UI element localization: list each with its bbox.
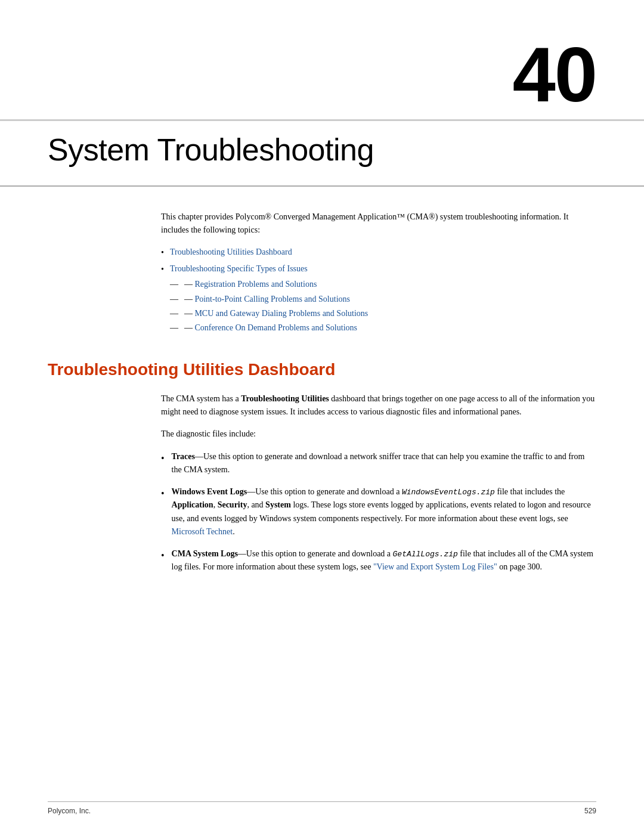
intro-block: This chapter provides Polycom® Converged… xyxy=(161,210,596,336)
page-container: 40 System Troubleshooting This chapter p… xyxy=(0,0,644,833)
traces-content: Traces—Use this option to generate and d… xyxy=(172,450,596,477)
section1-bullet-traces: Traces—Use this option to generate and d… xyxy=(161,450,596,477)
toc-list: Troubleshooting Utilities Dashboard Trou… xyxy=(161,246,596,336)
section1-bullet-cma-logs: CMA System Logs—Use this option to gener… xyxy=(161,547,596,574)
chapter-number: 40 xyxy=(48,36,596,113)
toc-sub-item-1: — Registration Problems and Solutions xyxy=(170,278,368,291)
toc-link-specific[interactable]: Troubleshooting Specific Types of Issues xyxy=(170,264,308,273)
windows-logs-content: Windows Event Logs—Use this option to ge… xyxy=(172,485,596,539)
toc-sub-item-3: — MCU and Gateway Dialing Problems and S… xyxy=(170,307,368,320)
toc-link-dashboard[interactable]: Troubleshooting Utilities Dashboard xyxy=(170,247,292,256)
page-footer: Polycom, Inc. 529 xyxy=(48,801,596,815)
chapter-title: System Troubleshooting xyxy=(48,132,596,168)
view-export-link[interactable]: "View and Export System Log Files" xyxy=(373,562,497,571)
windows-logs-filename: WindowsEventLogs.zip xyxy=(402,488,495,497)
toc-link-cod[interactable]: Conference On Demand Problems and Soluti… xyxy=(194,321,357,335)
intro-text: This chapter provides Polycom® Converged… xyxy=(161,210,596,236)
section1-heading: Troubleshooting Utilities Dashboard xyxy=(48,360,596,379)
content-area: This chapter provides Polycom® Converged… xyxy=(0,187,644,618)
application-term: Application xyxy=(172,500,213,509)
toc-link-mcu[interactable]: MCU and Gateway Dialing Problems and Sol… xyxy=(194,307,368,320)
chapter-number-section: 40 xyxy=(0,0,644,121)
windows-logs-term: Windows Event Logs xyxy=(172,487,247,496)
toc-link-point-to-point[interactable]: Point-to-Point Calling Problems and Solu… xyxy=(194,293,350,306)
chapter-title-section: System Troubleshooting xyxy=(0,121,644,187)
toc-item-1: Troubleshooting Utilities Dashboard xyxy=(161,246,596,259)
security-term: Security xyxy=(218,500,247,509)
toc-link-registration[interactable]: Registration Problems and Solutions xyxy=(194,278,317,291)
section1-subtext: The diagnostic files include: xyxy=(161,428,596,441)
bold-troubleshooting: Troubleshooting Utilities xyxy=(241,394,329,403)
system-term: System xyxy=(265,500,291,509)
cma-logs-filename: GetAllLogs.zip xyxy=(393,550,458,559)
footer-page: 529 xyxy=(584,807,596,815)
section1-list: Traces—Use this option to generate and d… xyxy=(161,450,596,574)
cma-logs-content: CMA System Logs—Use this option to gener… xyxy=(172,547,596,574)
microsoft-technet-link[interactable]: Microsoft Technet xyxy=(172,527,233,536)
cma-logs-term: CMA System Logs xyxy=(172,549,238,558)
toc-item-2: Troubleshooting Specific Types of Issues… xyxy=(161,262,596,336)
section1-intro: The CMA system has a Troubleshooting Uti… xyxy=(161,392,596,419)
toc-sub-item-2: — Point-to-Point Calling Problems and So… xyxy=(170,293,368,306)
toc-sub-item-4: — Conference On Demand Problems and Solu… xyxy=(170,321,368,335)
toc-sublist: — Registration Problems and Solutions — … xyxy=(170,278,368,335)
footer-company: Polycom, Inc. xyxy=(48,807,91,815)
traces-term: Traces xyxy=(172,452,195,461)
section1-bullet-windows-logs: Windows Event Logs—Use this option to ge… xyxy=(161,485,596,539)
section1-content: The CMA system has a Troubleshooting Uti… xyxy=(161,392,596,574)
